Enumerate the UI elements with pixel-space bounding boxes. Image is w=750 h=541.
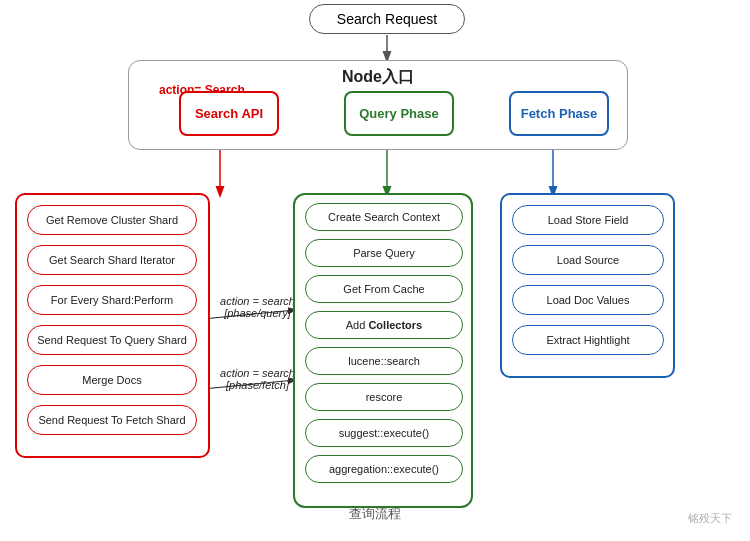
search-request-node: Search Request bbox=[309, 4, 465, 34]
green-item-1: Parse Query bbox=[305, 239, 463, 267]
blue-item-1: Load Source bbox=[512, 245, 664, 275]
diagram: Search Request Node入口 action= Search Sea… bbox=[0, 0, 750, 541]
blue-cluster: Load Store Field Load Source Load Doc Va… bbox=[500, 193, 675, 378]
red-item-4: Merge Docs bbox=[27, 365, 197, 395]
red-item-2: For Every Shard:Perform bbox=[27, 285, 197, 315]
green-item-2: Get From Cache bbox=[305, 275, 463, 303]
search-api-label: Search API bbox=[195, 106, 263, 121]
query-phase-node: Query Phase bbox=[344, 91, 454, 136]
query-phase-label: Query Phase bbox=[359, 106, 439, 121]
green-cluster: Create Search Context Parse Query Get Fr… bbox=[293, 193, 473, 508]
red-item-3: Send Request To Query Shard bbox=[27, 325, 197, 355]
node-entry-label: Node入口 bbox=[342, 67, 414, 88]
blue-item-0: Load Store Field bbox=[512, 205, 664, 235]
search-api-node: Search API bbox=[179, 91, 279, 136]
fetch-phase-node: Fetch Phase bbox=[509, 91, 609, 136]
search-request-label: Search Request bbox=[337, 11, 437, 27]
red-cluster: Get Remove Cluster Shard Get Search Shar… bbox=[15, 193, 210, 458]
green-item-5: rescore bbox=[305, 383, 463, 411]
blue-item-2: Load Doc Values bbox=[512, 285, 664, 315]
green-item-0: Create Search Context bbox=[305, 203, 463, 231]
green-item-4: lucene::search bbox=[305, 347, 463, 375]
node-entry-container: Node入口 action= Search Search API Query P… bbox=[128, 60, 628, 150]
footer-label: 查询流程 bbox=[0, 505, 750, 523]
red-item-0: Get Remove Cluster Shard bbox=[27, 205, 197, 235]
green-item-6: suggest::execute() bbox=[305, 419, 463, 447]
blue-item-3: Extract Hightlight bbox=[512, 325, 664, 355]
red-item-5: Send Request To Fetch Shard bbox=[27, 405, 197, 435]
watermark: 铭殁天下 bbox=[688, 511, 732, 526]
fetch-phase-label: Fetch Phase bbox=[521, 106, 598, 121]
green-item-3: Add Collectors bbox=[305, 311, 463, 339]
green-item-7: aggregation::execute() bbox=[305, 455, 463, 483]
red-item-1: Get Search Shard Iterator bbox=[27, 245, 197, 275]
